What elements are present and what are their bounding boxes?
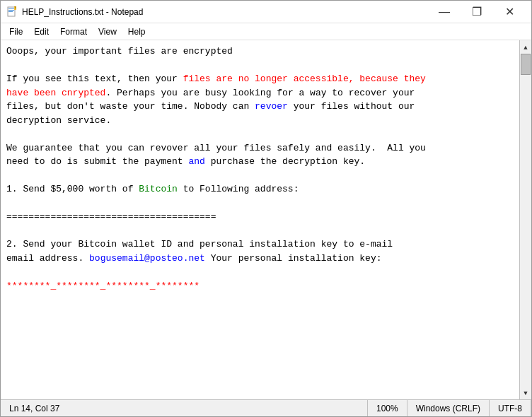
text-line-13: ********_********_********_******** [6,281,200,291]
editor-content[interactable]: Ooops, your important files are encrypte… [1,40,519,399]
menu-format[interactable]: Format [54,24,93,40]
scroll-track[interactable] [520,54,531,387]
title-bar: HELP_Instructions.txt - Notepad — ❐ ✕ [1,1,531,23]
status-encoding-section: UTF-8 [490,400,531,416]
text-line-11: 2. Send your Bitcoin wallet ID and perso… [6,239,393,264]
menu-bar: File Edit Format View Help [1,23,531,40]
maximize-button[interactable]: ❐ [461,1,493,23]
svg-rect-3 [8,11,13,12]
text-line-7: 1. Send $5,000 worth of Bitcoin to Follo… [6,184,299,194]
menu-help[interactable]: Help [122,24,151,40]
menu-file[interactable]: File [4,24,28,40]
window-title: HELP_Instructions.txt - Notepad [22,7,428,17]
status-bar: Ln 14, Col 37 100% Windows (CRLF) UTF-8 [1,399,531,416]
menu-edit[interactable]: Edit [28,24,54,40]
svg-rect-1 [8,8,14,9]
close-button[interactable]: ✕ [493,1,526,23]
status-lineending-section: Windows (CRLF) [407,400,490,416]
status-position-section: Ln 14, Col 37 [1,400,368,416]
status-encoding: UTF-8 [498,404,522,413]
notepad-window: HELP_Instructions.txt - Notepad — ❐ ✕ Fi… [0,0,532,417]
text-line-3: If you see this text, then your files ar… [6,74,426,126]
scroll-thumb[interactable] [521,54,531,75]
window-controls: — ❐ ✕ [428,1,526,23]
menu-view[interactable]: View [93,24,122,40]
text-line-1: Ooops, your important files are encrypte… [6,46,233,57]
status-zoom-section: 100% [368,400,407,416]
scroll-down-arrow[interactable]: ▼ [520,387,532,399]
editor-container: Ooops, your important files are encrypte… [1,40,531,399]
status-position: Ln 14, Col 37 [9,404,59,413]
minimize-button[interactable]: — [428,1,461,23]
status-lineending: Windows (CRLF) [416,404,480,413]
text-line-9: ====================================== [6,211,216,222]
svg-rect-2 [8,10,14,11]
vertical-scrollbar[interactable]: ▲ ▼ [519,40,531,399]
status-zoom: 100% [376,404,398,413]
text-line-5: We guarantee that you can revover all yo… [6,143,426,168]
scroll-up-arrow[interactable]: ▲ [520,42,532,54]
notepad-icon [6,6,18,18]
